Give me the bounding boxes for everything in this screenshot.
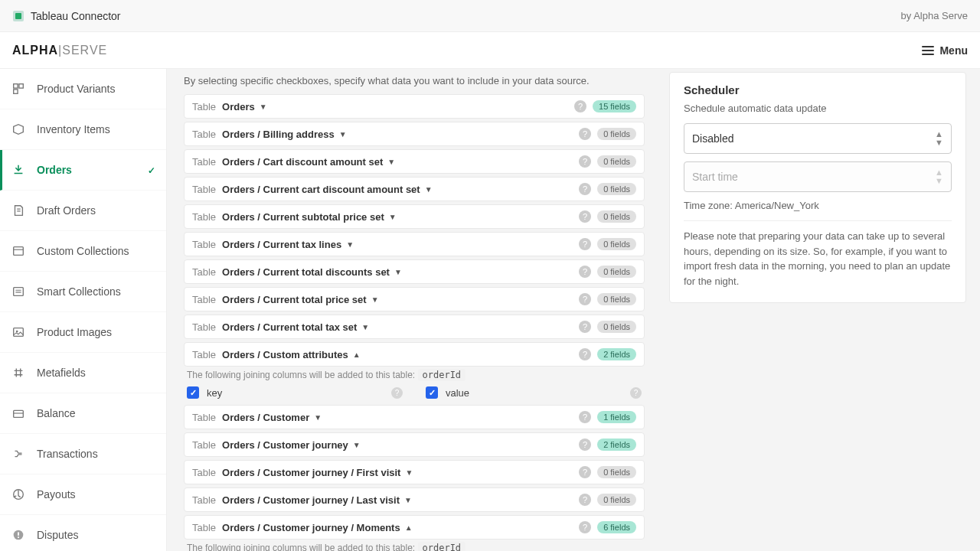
help-icon[interactable]: ? — [630, 387, 642, 399]
brand-left: ALPHA — [12, 44, 58, 57]
help-icon[interactable]: ? — [579, 183, 591, 195]
sidebar: Product VariantsInventory ItemsOrdersDra… — [0, 69, 167, 551]
sidebar-item-disputes[interactable]: Disputes — [0, 515, 166, 551]
sidebar-item-label: Draft Orders — [37, 204, 96, 217]
table-row[interactable]: TableOrders▼?15 fields — [184, 94, 645, 119]
table-name: Orders / Current cart discount amount se… — [222, 184, 420, 195]
help-icon[interactable]: ? — [579, 439, 591, 451]
table-row[interactable]: TableOrders / Customer journey▼?2 fields — [184, 432, 645, 457]
help-icon[interactable]: ? — [579, 411, 591, 423]
sidebar-item-payouts[interactable]: Payouts — [0, 474, 166, 515]
help-icon[interactable]: ? — [579, 521, 591, 533]
sidebar-item-smart-collections[interactable]: Smart Collections — [0, 272, 166, 312]
table-row[interactable]: TableOrders / Current cart discount amou… — [184, 177, 645, 201]
table-name: Orders / Customer journey / Last visit — [222, 494, 400, 506]
svg-point-8 — [16, 331, 18, 333]
caret-icon: ▼ — [353, 441, 361, 449]
sidebar-item-icon — [11, 365, 26, 380]
sidebar-item-product-variants[interactable]: Product Variants — [0, 69, 166, 109]
sidebar-item-balance[interactable]: Balance — [0, 393, 166, 434]
sidebar-item-icon — [11, 487, 26, 502]
table-name: Orders / Cart discount amount set — [222, 156, 383, 168]
table-prefix: Table — [192, 522, 216, 533]
start-time-select[interactable]: Start time ▲▼ — [684, 161, 952, 192]
sidebar-item-icon — [11, 284, 26, 299]
table-prefix: Table — [192, 321, 216, 333]
table-row[interactable]: TableOrders / Current subtotal price set… — [184, 204, 645, 229]
checkbox[interactable] — [187, 386, 199, 399]
help-icon[interactable]: ? — [579, 155, 591, 168]
sidebar-item-label: Inventory Items — [37, 123, 110, 135]
table-name: Orders / Customer journey / Moments — [222, 522, 400, 533]
field-count-badge: 2 fields — [597, 439, 636, 451]
frequency-select[interactable]: Disabled ▲▼ — [684, 123, 952, 154]
table-row[interactable]: TableOrders / Billing address▼?0 fields — [184, 122, 645, 146]
description: By selecting specific checkboxes, specif… — [184, 75, 645, 86]
joining-column: orderId — [418, 542, 466, 551]
caret-icon: ▼ — [405, 468, 413, 477]
scheduler-panel: Scheduler Schedule automatic data update… — [669, 72, 966, 303]
sidebar-item-metafields[interactable]: Metafields — [0, 353, 166, 393]
field-count-badge: 0 fields — [597, 238, 636, 250]
check-icon — [148, 164, 155, 176]
select-arrows-icon: ▲▼ — [935, 130, 943, 147]
table-row[interactable]: TableOrders / Customer▼?1 fields — [184, 405, 645, 429]
table-row[interactable]: TableOrders / Customer journey / Moments… — [184, 515, 645, 540]
svg-rect-4 — [14, 90, 18, 93]
table-row[interactable]: TableOrders / Customer journey / Last vi… — [184, 487, 645, 512]
sidebar-item-inventory-items[interactable]: Inventory Items — [0, 109, 166, 150]
table-row[interactable]: TableOrders / Current total discounts se… — [184, 259, 645, 284]
sidebar-item-product-images[interactable]: Product Images — [0, 312, 166, 353]
sidebar-item-icon — [11, 243, 26, 259]
table-name: Orders / Custom attributes — [222, 349, 348, 360]
sidebar-item-transactions[interactable]: Transactions — [0, 434, 166, 474]
help-icon[interactable]: ? — [579, 210, 591, 223]
menu-label: Menu — [939, 44, 968, 57]
caret-icon: ▼ — [339, 130, 347, 139]
sidebar-item-label: Product Variants — [37, 83, 115, 95]
sidebar-item-orders[interactable]: Orders — [0, 150, 166, 191]
table-name: Orders / Current total tax set — [222, 321, 357, 333]
sidebar-item-draft-orders[interactable]: Draft Orders — [0, 191, 166, 231]
table-row[interactable]: TableOrders / Cart discount amount set▼?… — [184, 149, 645, 174]
caret-icon: ▼ — [346, 240, 354, 249]
right-panel: Scheduler Schedule automatic data update… — [658, 69, 980, 551]
sidebar-item-custom-collections[interactable]: Custom Collections — [0, 231, 166, 272]
help-icon[interactable]: ? — [579, 128, 591, 140]
sidebar-item-label: Custom Collections — [37, 245, 129, 257]
help-icon[interactable]: ? — [579, 266, 591, 278]
menu-button[interactable]: Menu — [921, 44, 968, 57]
help-icon[interactable]: ? — [579, 348, 591, 360]
table-prefix: Table — [192, 101, 216, 112]
table-name: Orders / Current subtotal price set — [222, 211, 384, 223]
field-count-badge: 6 fields — [597, 521, 636, 533]
help-icon[interactable]: ? — [579, 238, 591, 250]
table-row[interactable]: TableOrders / Custom attributes▲?2 field… — [184, 342, 645, 367]
sidebar-item-icon — [11, 122, 26, 137]
help-icon[interactable]: ? — [579, 321, 591, 333]
table-row[interactable]: TableOrders / Current total tax set▼?0 f… — [184, 315, 645, 339]
field-count-badge: 0 fields — [597, 210, 636, 223]
help-icon[interactable]: ? — [574, 100, 586, 112]
field-count-badge: 1 fields — [597, 411, 636, 423]
field-count-badge: 0 fields — [597, 128, 636, 140]
help-icon[interactable]: ? — [391, 387, 403, 399]
field-label: value — [446, 387, 469, 399]
sidebar-item-icon — [11, 324, 26, 340]
table-name: Orders / Billing address — [222, 129, 335, 140]
help-icon[interactable]: ? — [579, 293, 591, 305]
help-icon[interactable]: ? — [579, 466, 591, 478]
table-name: Orders / Customer journey — [222, 439, 348, 451]
field-count-badge: 0 fields — [597, 183, 636, 195]
caret-icon: ▼ — [425, 185, 433, 194]
sidebar-item-icon — [11, 162, 26, 178]
checkbox[interactable] — [426, 386, 438, 399]
fields-grid: key?value? — [184, 385, 645, 400]
caret-icon: ▼ — [389, 213, 397, 221]
scheduler-note: Please note that preparing your data can… — [684, 229, 952, 289]
help-icon[interactable]: ? — [579, 494, 591, 506]
table-row[interactable]: TableOrders / Current tax lines▼?0 field… — [184, 232, 645, 256]
table-row[interactable]: TableOrders / Customer journey / First v… — [184, 460, 645, 484]
table-row[interactable]: TableOrders / Current total price set▼?0… — [184, 287, 645, 311]
sidebar-item-label: Metafields — [37, 367, 86, 379]
